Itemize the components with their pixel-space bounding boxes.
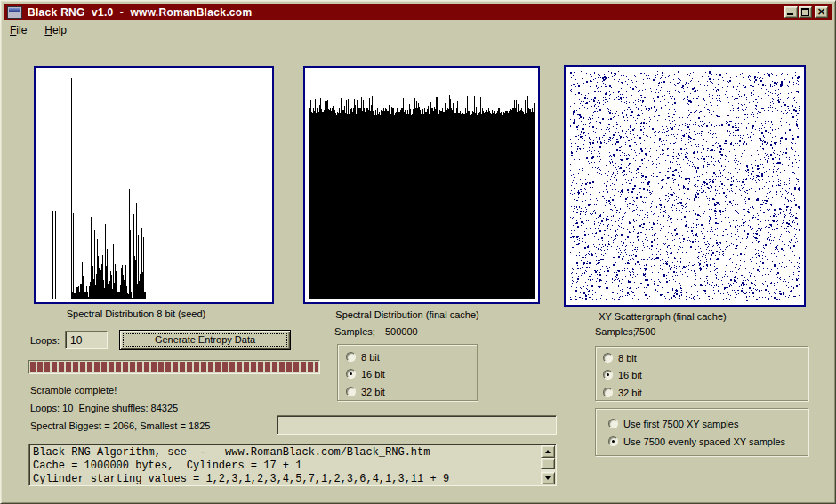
radio-first-xy-samples[interactable]: Use first 7500 XY samples	[608, 418, 738, 429]
right-xy-groupbox	[595, 408, 808, 456]
mid-radio-8bit-circle[interactable]	[346, 352, 356, 362]
right-radio-8bit-label: 8 bit	[618, 353, 637, 364]
final-spectral-caption: Spectral Distribution (final cache)	[303, 309, 511, 320]
right-radio-8bit[interactable]: 8 bit	[603, 352, 637, 364]
window-title: Black RNG v1.0 - www.RomanBlack.com	[28, 6, 252, 19]
spectral-output-field[interactable]	[277, 415, 557, 435]
radio-first-xy-samples-label: Use first 7500 XY samples	[623, 419, 738, 429]
generate-entropy-button[interactable]: Generate Entropy Data	[119, 330, 291, 350]
loops-label: Loops:	[30, 335, 60, 346]
mid-radio-16bit-label: 16 bit	[361, 369, 385, 380]
minimize-icon	[787, 13, 793, 15]
right-radio-16bit-circle[interactable]	[603, 370, 613, 380]
maximize-button[interactable]	[799, 6, 812, 18]
radio-evenly-spaced-xy-samples-circle[interactable]	[608, 436, 618, 446]
radio-evenly-spaced-xy-samples[interactable]: Use 7500 evenly spaced XY samples	[608, 436, 785, 447]
seed-spectral-canvas	[36, 68, 272, 302]
info-line: Black RNG Algorithm, see - www.RomanBlac…	[33, 446, 538, 460]
right-radio-16bit-label: 16 bit	[618, 370, 642, 380]
progress-bar	[28, 360, 320, 374]
right-radio-32bit-label: 32 bit	[618, 388, 642, 398]
final-spectral-panel	[303, 66, 540, 304]
right-radio-16bit[interactable]: 16 bit	[603, 369, 642, 380]
scattergraph-caption: XY Scattergraph (final cache)	[564, 311, 761, 322]
scattergraph-panel	[564, 65, 806, 307]
info-line: Cache = 1000000 bytes, Cylinders = 17 + …	[33, 460, 538, 473]
seed-spectral-panel	[34, 66, 274, 304]
mid-samples-value: 500000	[385, 326, 418, 337]
scroll-down-icon	[545, 476, 551, 480]
right-radio-32bit[interactable]: 32 bit	[603, 387, 642, 398]
app-window-icon-bar	[9, 8, 20, 12]
mid-radio-8bit[interactable]: 8 bit	[346, 351, 380, 363]
app-window-icon[interactable]	[7, 6, 22, 19]
scroll-up-button[interactable]	[541, 445, 555, 458]
status-spectral-range: Spectral Biggest = 2066, Smallest = 1825	[30, 420, 210, 431]
scattergraph-canvas	[566, 67, 804, 305]
mid-radio-32bit-label: 32 bit	[361, 387, 385, 397]
info-line: Cylinder starting values = 1,2,3,1,2,3,4…	[33, 473, 538, 486]
right-samples-label: Samples;	[595, 326, 636, 337]
scroll-down-button[interactable]	[541, 472, 555, 484]
window-controls: ×	[784, 6, 828, 18]
info-vertical-scrollbar[interactable]	[541, 445, 555, 484]
progress-bar-fill	[30, 362, 318, 372]
close-icon: ×	[816, 8, 825, 16]
mid-radio-32bit[interactable]: 32 bit	[346, 386, 385, 397]
close-button[interactable]: ×	[815, 6, 828, 18]
mid-radio-16bit[interactable]: 16 bit	[346, 368, 385, 380]
right-radio-8bit-circle[interactable]	[603, 353, 613, 363]
right-samples-value: 7500	[634, 326, 655, 337]
mid-radio-32bit-circle[interactable]	[346, 387, 356, 396]
menu-help[interactable]: Help	[41, 22, 70, 36]
right-radio-32bit-circle[interactable]	[603, 388, 613, 397]
seed-spectral-caption: Spectral Distribution 8 bit (seed)	[34, 308, 238, 319]
mid-samples-label: Samples;	[334, 326, 375, 337]
radio-evenly-spaced-xy-samples-label: Use 7500 evenly spaced XY samples	[623, 436, 785, 447]
maximize-icon	[801, 8, 809, 16]
final-spectral-canvas	[305, 68, 538, 302]
loops-input[interactable]: 10	[65, 331, 108, 349]
scroll-thumb[interactable]	[541, 458, 555, 469]
mid-radio-16bit-circle[interactable]	[346, 369, 356, 379]
minimize-button[interactable]	[784, 6, 798, 18]
title-bar[interactable]: Black RNG v1.0 - www.RomanBlack.com ×	[4, 4, 832, 20]
app-window: Black RNG v1.0 - www.RomanBlack.com × Fi…	[0, 0, 836, 504]
menu-bar: File Help	[6, 22, 70, 36]
mid-radio-8bit-label: 8 bit	[361, 352, 380, 363]
algorithm-info-box[interactable]: Black RNG Algorithm, see - www.RomanBlac…	[28, 444, 557, 486]
status-scramble: Scramble complete!	[30, 385, 117, 396]
radio-first-xy-samples-circle[interactable]	[608, 419, 618, 428]
scroll-up-icon	[545, 450, 551, 453]
status-loops-shuffles: Loops: 10 Engine shuffles: 84325	[30, 403, 178, 413]
menu-file[interactable]: File	[6, 22, 30, 36]
